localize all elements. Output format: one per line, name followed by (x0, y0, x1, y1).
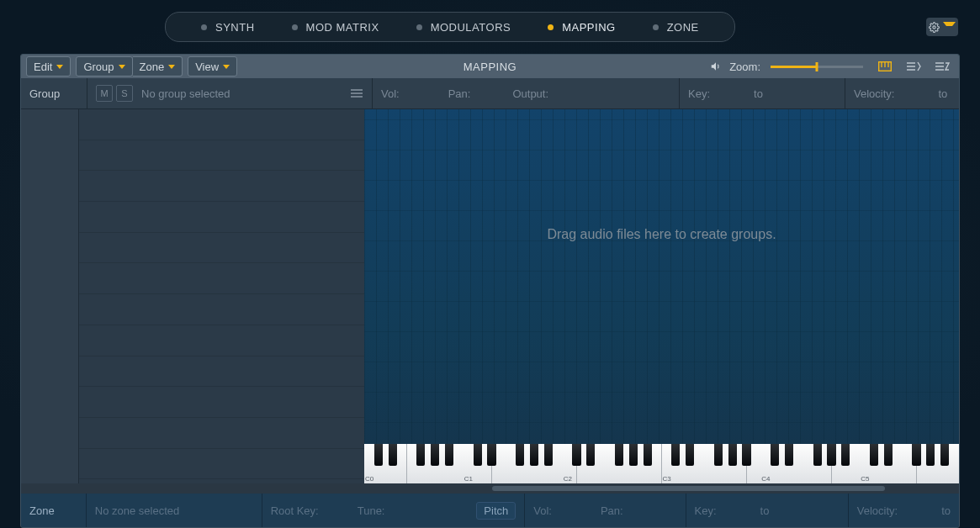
tab-label: MAPPING (562, 21, 615, 34)
key-label: C1 (464, 475, 473, 483)
gear-icon (929, 22, 940, 33)
list-icon (350, 88, 363, 98)
piano-black-key[interactable] (374, 444, 383, 466)
piano-black-key[interactable] (686, 444, 694, 466)
group-list-icon (906, 61, 921, 71)
view-keymap-button[interactable] (873, 57, 897, 76)
piano-black-key[interactable] (813, 444, 822, 466)
zoom-label: Zoom: (729, 61, 760, 73)
piano-black-key[interactable] (487, 444, 495, 466)
tab-synth[interactable]: SYNTH (183, 21, 273, 34)
slider-knob[interactable] (816, 62, 818, 71)
group-list-dropdown[interactable] (350, 88, 363, 98)
horizontal-gridlines (364, 109, 959, 483)
group-name-field[interactable]: No group selected (141, 87, 230, 100)
menu-label: Group (83, 61, 114, 73)
audition-button[interactable] (707, 59, 724, 74)
piano-black-key[interactable] (671, 444, 680, 466)
tab-zone[interactable]: ZONE (634, 21, 718, 34)
piano-black-key[interactable] (841, 444, 850, 466)
scrollbar-thumb[interactable] (492, 486, 885, 491)
view-menu[interactable]: View (188, 56, 237, 77)
zone-inspector: Zone No zone selected Root Key: Tune: Pi… (21, 494, 959, 527)
indicator-dot (416, 24, 422, 30)
piano-black-key[interactable] (416, 444, 425, 466)
piano-black-key[interactable] (629, 444, 638, 466)
tab-modulators[interactable]: MODULATORS (398, 21, 530, 34)
piano-black-key[interactable] (940, 444, 949, 466)
drop-hint: Drag audio files here to create groups. (364, 227, 959, 242)
mapping-area: Drag audio files here to create groups. … (21, 109, 959, 483)
piano-black-key[interactable] (544, 444, 553, 466)
zone-menu[interactable]: Zone (133, 56, 183, 77)
piano-black-key[interactable] (644, 444, 652, 466)
zone-name-field[interactable]: No zone selected (95, 504, 179, 517)
piano-black-key[interactable] (431, 444, 439, 466)
piano-black-key[interactable] (389, 444, 397, 466)
key-label: Key: (688, 87, 710, 100)
key-label: C5 (861, 475, 869, 483)
settings-menu-button[interactable] (926, 18, 958, 36)
to-label: to (754, 87, 763, 100)
key-label: Key: (695, 504, 717, 517)
keyboard-scrollbar-track[interactable] (21, 483, 959, 494)
speaker-icon (709, 61, 723, 72)
tab-label: ZONE (667, 21, 699, 34)
keymap-icon (878, 61, 892, 71)
view-group-list-button[interactable] (902, 57, 925, 76)
piano-black-key[interactable] (785, 444, 793, 466)
solo-button[interactable]: S (116, 85, 133, 102)
zone-list-icon (935, 61, 950, 71)
tune-label: Tune: (358, 504, 385, 517)
indicator-dot (201, 24, 207, 30)
chevron-down-icon (943, 22, 956, 32)
zoom-slider[interactable] (771, 66, 863, 68)
piano-black-key[interactable] (728, 444, 737, 466)
pan-label: Pan: (601, 504, 623, 517)
vol-label: Vol: (381, 87, 400, 100)
view-zone-list-button[interactable] (930, 57, 954, 76)
panel-title: MAPPING (464, 61, 516, 73)
indicator-dot (653, 24, 659, 30)
svg-point-0 (933, 25, 935, 28)
mute-button[interactable]: M (96, 85, 113, 102)
piano-black-key[interactable] (516, 444, 524, 466)
piano-black-key[interactable] (572, 444, 580, 466)
piano-black-key[interactable] (586, 444, 595, 466)
top-tabbar: SYNTH MOD MATRIX MODULATORS MAPPING ZONE (0, 0, 980, 54)
key-velocity-pane[interactable]: Drag audio files here to create groups. … (364, 109, 959, 483)
rootkey-label: Root Key: (271, 504, 319, 517)
chevron-down-icon (223, 65, 230, 69)
tab-mapping[interactable]: MAPPING (529, 21, 633, 34)
mapping-keyboard[interactable]: C0C1C2C3C4C5 (364, 444, 959, 483)
piano-black-key[interactable] (827, 444, 835, 466)
piano-black-key[interactable] (615, 444, 623, 466)
to-label: to (760, 504, 770, 517)
piano-black-key[interactable] (912, 444, 920, 466)
piano-black-key[interactable] (530, 444, 538, 466)
piano-black-key[interactable] (742, 444, 750, 466)
menu-label: Edit (34, 61, 52, 73)
pan-label: Pan: (448, 87, 471, 100)
chevron-down-icon (168, 65, 175, 69)
pitch-toggle[interactable]: Pitch (476, 502, 516, 520)
edit-menu[interactable]: Edit (26, 56, 71, 77)
tab-pill: SYNTH MOD MATRIX MODULATORS MAPPING ZONE (165, 12, 735, 42)
piano-black-key[interactable] (771, 444, 779, 466)
tab-label: MODULATORS (431, 21, 511, 34)
piano-black-key[interactable] (445, 444, 453, 466)
to-label: to (941, 504, 951, 517)
group-list-pane[interactable] (21, 109, 364, 483)
chevron-down-icon (56, 65, 63, 69)
mapping-toolbar: Edit Group Zone View MAPPING Zoom: (21, 55, 959, 78)
piano-black-key[interactable] (474, 444, 482, 466)
piano-black-key[interactable] (884, 444, 893, 466)
piano-black-key[interactable] (926, 444, 935, 466)
piano-black-key[interactable] (714, 444, 723, 466)
output-label: Output: (512, 87, 548, 100)
tab-modmatrix[interactable]: MOD MATRIX (273, 21, 398, 34)
slider-fill (771, 66, 817, 68)
key-label: C4 (761, 475, 770, 483)
group-menu[interactable]: Group (76, 56, 132, 77)
piano-black-key[interactable] (870, 444, 878, 466)
